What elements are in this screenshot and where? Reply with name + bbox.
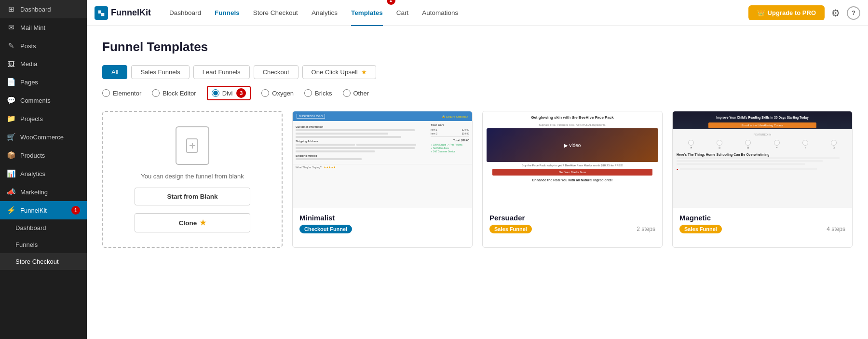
template-card-magnetic[interactable]: Improve Your Child's Reading Skills in 3… — [672, 111, 853, 248]
main-wrap: FunnelKit Dashboard Funnels Store Checko… — [87, 0, 868, 339]
magnetic-tag: Sales Funnel — [679, 225, 722, 233]
radio-bricks[interactable]: Bricks — [304, 89, 332, 97]
sidebar-sub-store-checkout[interactable]: Store Checkout — [0, 253, 87, 270]
page-title: Funnel Templates — [102, 40, 853, 54]
magnetic-info: Magnetic Sales Funnel 4 steps — [673, 208, 852, 239]
minimalist-tag: Checkout Funnel — [299, 225, 352, 233]
persuader-info: Persuader Sales Funnel 2 steps — [483, 208, 662, 239]
sidebar-sub-dashboard[interactable]: Dashboard — [0, 219, 87, 236]
media-icon: 🖼 — [7, 60, 15, 68]
radio-elementor[interactable]: Elementor — [102, 89, 141, 97]
funnelkit-icon: ⚡ — [7, 206, 15, 215]
template-card-persuader[interactable]: Get glowing skin with the BeeHive Face P… — [482, 111, 663, 248]
mail-icon: ✉ — [7, 23, 15, 32]
templates-grid: You can design the funnel from blank Sta… — [102, 111, 853, 248]
topnav-right: 👑 Upgrade to PRO ⚙ ? — [748, 5, 860, 21]
persuader-meta: Sales Funnel 2 steps — [489, 225, 655, 233]
sidebar-item-woocommerce[interactable]: 🛒 WooCommerce — [0, 128, 87, 146]
magnetic-preview: Improve Your Child's Reading Skills in 3… — [673, 111, 852, 208]
radio-divi[interactable]: Divi — [212, 89, 233, 97]
persuader-tag: Sales Funnel — [489, 225, 532, 233]
sidebar-item-pages[interactable]: 📄 Pages — [0, 73, 87, 91]
persuader-name: Persuader — [489, 214, 655, 222]
topnav-nav: Dashboard Funnels Store Checkout Analyti… — [163, 0, 748, 26]
blank-card-description: You can design the funnel from blank — [141, 173, 244, 180]
woocommerce-icon: 🛒 — [7, 133, 15, 141]
topnav-link-store-checkout[interactable]: Store Checkout — [246, 0, 305, 26]
divi-step-badge: 3 — [236, 88, 246, 98]
clone-button[interactable]: Clone ★ — [135, 213, 250, 232]
funnelkit-badge: 1 — [71, 206, 80, 215]
filter-tab-all[interactable]: All — [102, 65, 127, 79]
filter-tab-sales-funnels[interactable]: Sales Funnels — [131, 65, 189, 79]
topnav-link-funnels[interactable]: Funnels — [208, 0, 246, 26]
projects-icon: 📁 — [7, 114, 15, 123]
sidebar-item-projects[interactable]: 📁 Projects — [0, 109, 87, 128]
radio-row: Elementor Block Editor Divi 3 Oxygen Bri… — [102, 86, 853, 100]
persuader-preview: Get glowing skin with the BeeHive Face P… — [483, 111, 662, 208]
help-button[interactable]: ? — [847, 6, 860, 20]
settings-icon: ⚙ — [831, 8, 840, 18]
sidebar-item-posts[interactable]: ✎ Posts — [0, 37, 87, 55]
settings-button[interactable]: ⚙ — [829, 5, 842, 21]
topnav-link-automations[interactable]: Automations — [415, 0, 465, 26]
sidebar-item-marketing[interactable]: 📣 Marketing — [0, 183, 87, 201]
upgrade-button[interactable]: 👑 Upgrade to PRO — [748, 5, 825, 20]
radio-divi-box: Divi 3 — [207, 86, 251, 100]
persuader-steps: 2 steps — [637, 226, 655, 232]
sidebar-item-products[interactable]: 📦 Products — [0, 146, 87, 164]
posts-icon: ✎ — [7, 41, 15, 50]
sidebar-item-comments[interactable]: 💬 Comments — [0, 91, 87, 109]
sidebar-item-dashboard[interactable]: ⊞ Dashboard — [0, 0, 87, 18]
filter-tab-one-click-upsell[interactable]: One Click Upsell ★ — [302, 65, 377, 79]
content-area: Funnel Templates All Sales Funnels Lead … — [87, 26, 868, 339]
radio-block-editor[interactable]: Block Editor — [152, 89, 196, 97]
products-icon: 📦 — [7, 151, 15, 160]
clone-star-icon: ★ — [200, 218, 206, 227]
start-from-blank-button[interactable]: Start from Blank — [135, 188, 250, 205]
help-icon: ? — [852, 9, 855, 16]
topnav-link-analytics[interactable]: Analytics — [305, 0, 344, 26]
pro-star-icon: ★ — [361, 68, 367, 76]
marketing-icon: 📣 — [7, 188, 15, 196]
topnav-logo[interactable]: FunnelKit — [95, 6, 151, 20]
sidebar-sub-funnels[interactable]: Funnels — [0, 236, 87, 253]
blank-card-icon — [176, 126, 209, 165]
radio-oxygen[interactable]: Oxygen — [261, 89, 294, 97]
topnav-link-templates[interactable]: Templates 2 — [344, 0, 390, 26]
radio-other[interactable]: Other — [343, 89, 369, 97]
magnetic-steps: 4 steps — [827, 226, 845, 232]
pages-icon: 📄 — [7, 78, 15, 86]
logo-icon — [95, 6, 108, 20]
magnetic-name: Magnetic — [679, 214, 845, 222]
minimalist-meta: Checkout Funnel — [299, 225, 465, 233]
magnetic-meta: Sales Funnel 4 steps — [679, 225, 845, 233]
topnav: FunnelKit Dashboard Funnels Store Checko… — [87, 0, 868, 26]
filter-tab-lead-funnels[interactable]: Lead Funnels — [193, 65, 250, 79]
minimalist-info: Minimalist Checkout Funnel — [293, 208, 472, 239]
analytics-icon: 📊 — [7, 169, 15, 178]
dashboard-icon: ⊞ — [7, 5, 15, 14]
sidebar-item-analytics[interactable]: 📊 Analytics — [0, 164, 87, 183]
blank-template-card[interactable]: You can design the funnel from blank Sta… — [102, 111, 283, 248]
comments-icon: 💬 — [7, 96, 15, 105]
sidebar-item-funnelkit[interactable]: ⚡ FunnelKit 1 — [0, 201, 87, 219]
sidebar-item-mail-mint[interactable]: ✉ Mail Mint — [0, 18, 87, 37]
template-card-minimalist[interactable]: BUSINESS LOGO 🔒 Secure Checkout Customer… — [292, 111, 473, 248]
sidebar-item-media[interactable]: 🖼 Media — [0, 55, 87, 73]
filter-tab-checkout[interactable]: Checkout — [254, 65, 298, 79]
crown-icon: 👑 — [757, 9, 765, 16]
minimalist-name: Minimalist — [299, 214, 465, 222]
filter-tabs: All Sales Funnels Lead Funnels Checkout … — [102, 65, 853, 79]
minimalist-preview: BUSINESS LOGO 🔒 Secure Checkout Customer… — [293, 111, 472, 208]
topnav-link-dashboard[interactable]: Dashboard — [163, 0, 208, 26]
sidebar: ⊞ Dashboard ✉ Mail Mint ✎ Posts 🖼 Media … — [0, 0, 87, 339]
